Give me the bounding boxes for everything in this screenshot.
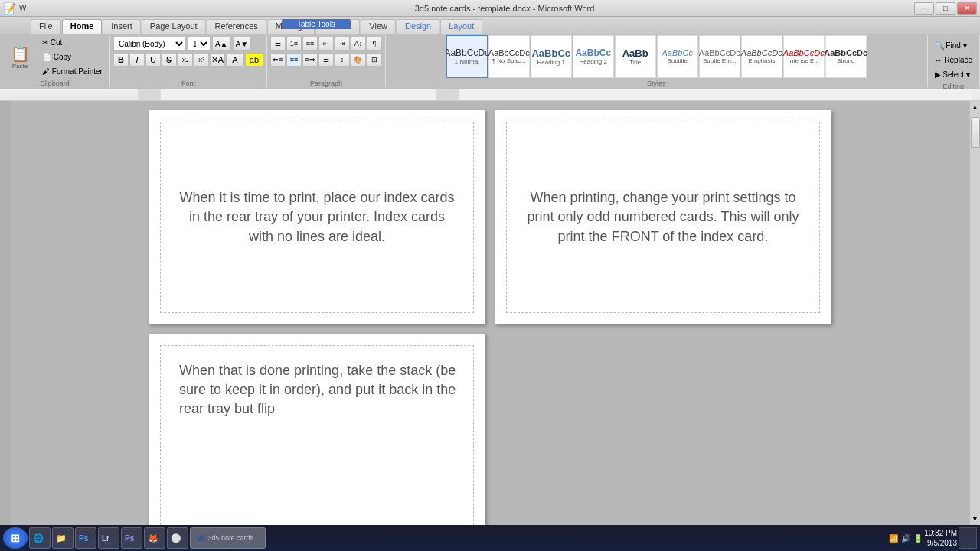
- ribbon-tabs: File Home Insert Page Layout References …: [0, 17, 980, 34]
- tab-home[interactable]: Home: [62, 19, 103, 34]
- word-icon: W: [197, 533, 204, 543]
- left-margin: [0, 101, 11, 525]
- style-intense-em[interactable]: AaBbCcDc Intense E...: [783, 35, 825, 78]
- card-1-inner[interactable]: When it is time to print, place our inde…: [160, 122, 474, 313]
- page-2[interactable]: When printing, change your print setting…: [495, 110, 831, 324]
- card-3-text: When that is done printing, take the sta…: [179, 361, 458, 419]
- font-label: Font: [181, 80, 195, 87]
- style-heading2[interactable]: AaBbCc Heading 2: [573, 35, 614, 78]
- style-subtitle[interactable]: AaBbCc Subtitle: [657, 35, 698, 78]
- taskbar-folder[interactable]: 📁: [52, 527, 74, 549]
- window-title: 3d5 note cards - template.docx - Microso…: [95, 4, 914, 13]
- copy-button[interactable]: 📄 Copy: [38, 50, 106, 64]
- taskbar-lr[interactable]: Lr: [98, 527, 119, 549]
- select-button[interactable]: ▶ Select ▾: [931, 67, 974, 81]
- bullets-button[interactable]: ☰: [270, 37, 286, 51]
- start-button[interactable]: ⊞: [3, 527, 28, 549]
- align-right-button[interactable]: ≡➡: [302, 53, 318, 67]
- taskbar-word[interactable]: W 3d5 note cards...: [190, 527, 266, 549]
- taskbar-ps2[interactable]: Ps: [121, 527, 142, 549]
- align-center-button[interactable]: ≡≡: [286, 53, 302, 67]
- paragraph-group: ☰ 1≡ ≡≡ ⇤ ⇥ A↕ ¶ ⬅≡ ≡≡ ≡➡ ☰ ↕ 🎨 ⊞ Paragr…: [267, 35, 386, 87]
- tab-layout[interactable]: Layout: [440, 19, 482, 34]
- style-emphasis[interactable]: AaBbCcDc Emphasis: [741, 35, 782, 78]
- lr-icon: Lr: [102, 534, 109, 543]
- card-1-text: When it is time to print, place our inde…: [176, 188, 458, 246]
- paste-icon: 📋: [11, 44, 30, 63]
- align-left-button[interactable]: ⬅≡: [270, 53, 286, 67]
- line-spacing-button[interactable]: ↕: [335, 53, 350, 67]
- show-desktop-button[interactable]: [959, 527, 977, 549]
- sort-button[interactable]: A↕: [351, 37, 366, 51]
- superscript-button[interactable]: X²: [194, 53, 209, 67]
- underline-button[interactable]: U: [145, 53, 161, 67]
- multilevel-button[interactable]: ≡≡: [302, 37, 318, 51]
- decrease-font-button[interactable]: A▼: [233, 37, 252, 51]
- card-2-inner[interactable]: When printing, change your print setting…: [506, 122, 820, 313]
- style-normal[interactable]: AaBbCcDc 1 Normal: [446, 35, 488, 78]
- tab-insert[interactable]: Insert: [103, 19, 141, 34]
- tab-view[interactable]: View: [361, 19, 396, 34]
- editing-group: 🔍 Find ▾ ↔ Replace ▶ Select ▾ Editing: [928, 35, 980, 87]
- taskbar-firefox[interactable]: 🦊: [144, 527, 165, 549]
- scroll-down-button[interactable]: ▼: [970, 513, 981, 525]
- page-3[interactable]: When that is done printing, take the sta…: [149, 334, 485, 525]
- page-1[interactable]: When it is time to print, place our inde…: [149, 110, 485, 324]
- taskbar-ie[interactable]: 🌐: [29, 527, 51, 549]
- style-no-space[interactable]: AaBbCcDc ¶ No Spac...: [488, 35, 530, 78]
- italic-button[interactable]: I: [129, 53, 145, 67]
- cut-button[interactable]: ✂ Cut: [38, 35, 106, 49]
- window-controls[interactable]: ─ □ ✕: [914, 2, 977, 15]
- find-button[interactable]: 🔍 Find ▾: [931, 38, 971, 52]
- tab-file[interactable]: File: [31, 19, 61, 34]
- tab-page-layout[interactable]: Page Layout: [142, 19, 206, 34]
- bold-button[interactable]: B: [113, 53, 129, 67]
- chrome-icon: ⚪: [171, 533, 181, 543]
- tab-design[interactable]: Design: [397, 19, 439, 34]
- increase-indent-button[interactable]: ⇥: [335, 37, 350, 51]
- minimize-button[interactable]: ─: [914, 2, 934, 15]
- style-title[interactable]: AaBb Title: [615, 35, 656, 78]
- scrollbar-thumb[interactable]: [971, 117, 980, 148]
- svg-rect-2: [436, 89, 459, 100]
- font-name-select[interactable]: Calibri (Body): [113, 37, 186, 51]
- ruler: [0, 89, 980, 101]
- style-heading1[interactable]: AaBbCc Heading 1: [531, 35, 572, 78]
- maximize-button[interactable]: □: [936, 2, 956, 15]
- subscript-button[interactable]: X₂: [178, 53, 193, 67]
- style-strong[interactable]: AaBbCcDc Strong: [825, 35, 867, 78]
- ribbon: 📋 Paste ✂ Cut 📄 Copy 🖌 Format Painter Cl…: [0, 34, 980, 89]
- pages-container[interactable]: When it is time to print, place our inde…: [11, 101, 969, 525]
- scrollbar-vertical[interactable]: ▲ ▼: [969, 101, 980, 525]
- taskbar-chrome[interactable]: ⚪: [167, 527, 188, 549]
- card-3-inner[interactable]: When that is done printing, take the sta…: [160, 345, 474, 525]
- borders-button[interactable]: ⊞: [367, 53, 382, 67]
- justify-button[interactable]: ☰: [318, 53, 334, 67]
- style-subtle-em[interactable]: AaBbCcDc Subtle Em...: [699, 35, 740, 78]
- decrease-indent-button[interactable]: ⇤: [318, 37, 334, 51]
- firefox-icon: 🦊: [148, 533, 158, 543]
- numbering-button[interactable]: 1≡: [286, 37, 302, 51]
- taskbar-word-label: 3d5 note cards...: [207, 534, 259, 542]
- svg-rect-1: [138, 89, 161, 100]
- page-row-2: When that is done printing, take the sta…: [149, 334, 831, 525]
- paste-button[interactable]: 📋 Paste: [3, 37, 37, 77]
- taskbar-system-icons: 📶 🔊 🔋: [889, 534, 923, 543]
- font-size-select[interactable]: 18: [188, 37, 211, 51]
- format-painter-button[interactable]: 🖌 Format Painter: [38, 64, 106, 78]
- styles-group: AaBbCcDc 1 Normal AaBbCcDc ¶ No Spac... …: [386, 35, 928, 87]
- text-color-button[interactable]: A: [226, 53, 244, 67]
- taskbar-ps[interactable]: Ps: [75, 527, 96, 549]
- paragraph-label: Paragraph: [310, 80, 342, 87]
- clear-format-button[interactable]: ✕A: [210, 53, 225, 67]
- increase-font-button[interactable]: A▲: [212, 37, 231, 51]
- shading-button[interactable]: 🎨: [351, 53, 366, 67]
- strikethrough-button[interactable]: S̶: [162, 53, 177, 67]
- scroll-up-button[interactable]: ▲: [970, 101, 981, 113]
- close-button[interactable]: ✕: [957, 2, 977, 15]
- show-marks-button[interactable]: ¶: [367, 37, 382, 51]
- highlight-button[interactable]: ab: [245, 53, 263, 67]
- tab-references[interactable]: References: [207, 19, 266, 34]
- replace-button[interactable]: ↔ Replace: [931, 53, 976, 67]
- ps2-icon: Ps: [125, 534, 134, 543]
